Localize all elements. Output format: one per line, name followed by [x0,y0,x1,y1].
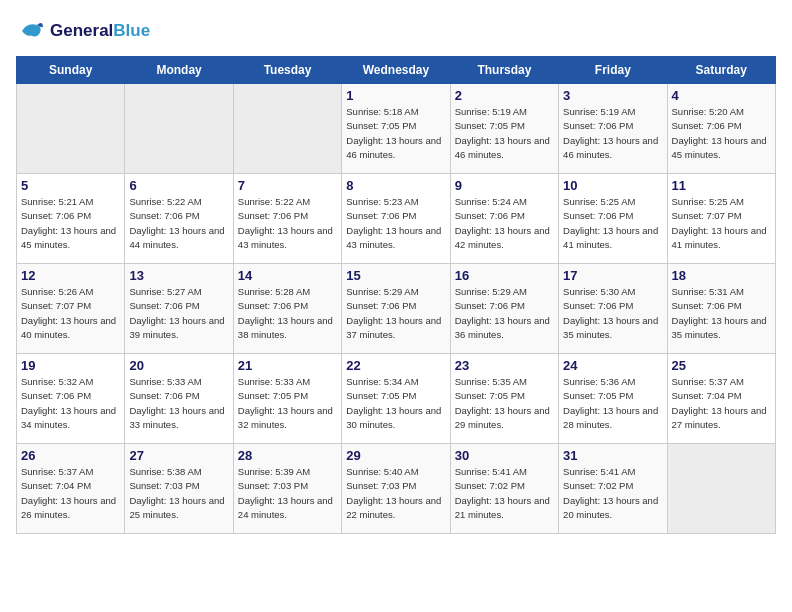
daylight-label: Daylight: 13 hours and 46 minutes. [563,135,658,160]
sunrise-label: Sunrise: 5:22 AM [238,196,310,207]
calendar-cell: 27 Sunrise: 5:38 AM Sunset: 7:03 PM Dayl… [125,444,233,534]
sunrise-label: Sunrise: 5:29 AM [455,286,527,297]
calendar-cell: 4 Sunrise: 5:20 AM Sunset: 7:06 PM Dayli… [667,84,775,174]
weekday-header-row: SundayMondayTuesdayWednesdayThursdayFrid… [17,57,776,84]
daylight-label: Daylight: 13 hours and 24 minutes. [238,495,333,520]
calendar-cell: 23 Sunrise: 5:35 AM Sunset: 7:05 PM Dayl… [450,354,558,444]
sunrise-label: Sunrise: 5:24 AM [455,196,527,207]
day-info: Sunrise: 5:41 AM Sunset: 7:02 PM Dayligh… [455,465,554,522]
sunrise-label: Sunrise: 5:40 AM [346,466,418,477]
sunset-label: Sunset: 7:05 PM [563,390,633,401]
page-header: GeneralBlue [16,16,776,46]
calendar-cell: 10 Sunrise: 5:25 AM Sunset: 7:06 PM Dayl… [559,174,667,264]
calendar-cell [233,84,341,174]
sunrise-label: Sunrise: 5:18 AM [346,106,418,117]
day-number: 10 [563,178,662,193]
day-number: 26 [21,448,120,463]
calendar-cell: 15 Sunrise: 5:29 AM Sunset: 7:06 PM Dayl… [342,264,450,354]
sunrise-label: Sunrise: 5:30 AM [563,286,635,297]
daylight-label: Daylight: 13 hours and 22 minutes. [346,495,441,520]
day-info: Sunrise: 5:26 AM Sunset: 7:07 PM Dayligh… [21,285,120,342]
calendar-cell: 28 Sunrise: 5:39 AM Sunset: 7:03 PM Dayl… [233,444,341,534]
day-info: Sunrise: 5:19 AM Sunset: 7:05 PM Dayligh… [455,105,554,162]
daylight-label: Daylight: 13 hours and 42 minutes. [455,225,550,250]
daylight-label: Daylight: 13 hours and 28 minutes. [563,405,658,430]
day-number: 5 [21,178,120,193]
daylight-label: Daylight: 13 hours and 45 minutes. [21,225,116,250]
day-info: Sunrise: 5:23 AM Sunset: 7:06 PM Dayligh… [346,195,445,252]
daylight-label: Daylight: 13 hours and 43 minutes. [346,225,441,250]
day-number: 16 [455,268,554,283]
weekday-header: Tuesday [233,57,341,84]
sunrise-label: Sunrise: 5:35 AM [455,376,527,387]
day-info: Sunrise: 5:30 AM Sunset: 7:06 PM Dayligh… [563,285,662,342]
calendar-cell: 17 Sunrise: 5:30 AM Sunset: 7:06 PM Dayl… [559,264,667,354]
calendar-cell: 11 Sunrise: 5:25 AM Sunset: 7:07 PM Dayl… [667,174,775,264]
day-number: 21 [238,358,337,373]
daylight-label: Daylight: 13 hours and 41 minutes. [563,225,658,250]
weekday-header: Wednesday [342,57,450,84]
day-info: Sunrise: 5:38 AM Sunset: 7:03 PM Dayligh… [129,465,228,522]
day-info: Sunrise: 5:32 AM Sunset: 7:06 PM Dayligh… [21,375,120,432]
sunset-label: Sunset: 7:06 PM [21,390,91,401]
day-info: Sunrise: 5:41 AM Sunset: 7:02 PM Dayligh… [563,465,662,522]
sunrise-label: Sunrise: 5:29 AM [346,286,418,297]
daylight-label: Daylight: 13 hours and 40 minutes. [21,315,116,340]
logo-text: GeneralBlue [50,21,150,41]
sunrise-label: Sunrise: 5:25 AM [672,196,744,207]
daylight-label: Daylight: 13 hours and 29 minutes. [455,405,550,430]
sunset-label: Sunset: 7:04 PM [672,390,742,401]
day-number: 9 [455,178,554,193]
sunrise-label: Sunrise: 5:22 AM [129,196,201,207]
sunrise-label: Sunrise: 5:41 AM [563,466,635,477]
day-number: 13 [129,268,228,283]
day-number: 11 [672,178,771,193]
calendar-week-row: 26 Sunrise: 5:37 AM Sunset: 7:04 PM Dayl… [17,444,776,534]
day-info: Sunrise: 5:21 AM Sunset: 7:06 PM Dayligh… [21,195,120,252]
sunset-label: Sunset: 7:03 PM [346,480,416,491]
sunset-label: Sunset: 7:05 PM [238,390,308,401]
sunrise-label: Sunrise: 5:19 AM [455,106,527,117]
daylight-label: Daylight: 13 hours and 37 minutes. [346,315,441,340]
sunset-label: Sunset: 7:06 PM [21,210,91,221]
sunrise-label: Sunrise: 5:31 AM [672,286,744,297]
calendar-cell [667,444,775,534]
sunset-label: Sunset: 7:06 PM [672,300,742,311]
day-number: 6 [129,178,228,193]
sunset-label: Sunset: 7:02 PM [455,480,525,491]
daylight-label: Daylight: 13 hours and 45 minutes. [672,135,767,160]
calendar-cell: 1 Sunrise: 5:18 AM Sunset: 7:05 PM Dayli… [342,84,450,174]
day-info: Sunrise: 5:29 AM Sunset: 7:06 PM Dayligh… [346,285,445,342]
sunset-label: Sunset: 7:06 PM [129,390,199,401]
day-info: Sunrise: 5:22 AM Sunset: 7:06 PM Dayligh… [129,195,228,252]
day-number: 25 [672,358,771,373]
day-number: 4 [672,88,771,103]
day-number: 12 [21,268,120,283]
sunrise-label: Sunrise: 5:26 AM [21,286,93,297]
day-info: Sunrise: 5:29 AM Sunset: 7:06 PM Dayligh… [455,285,554,342]
calendar-cell: 7 Sunrise: 5:22 AM Sunset: 7:06 PM Dayli… [233,174,341,264]
day-info: Sunrise: 5:24 AM Sunset: 7:06 PM Dayligh… [455,195,554,252]
daylight-label: Daylight: 13 hours and 36 minutes. [455,315,550,340]
sunset-label: Sunset: 7:06 PM [129,210,199,221]
calendar-cell: 30 Sunrise: 5:41 AM Sunset: 7:02 PM Dayl… [450,444,558,534]
daylight-label: Daylight: 13 hours and 35 minutes. [672,315,767,340]
sunrise-label: Sunrise: 5:20 AM [672,106,744,117]
day-info: Sunrise: 5:22 AM Sunset: 7:06 PM Dayligh… [238,195,337,252]
calendar-cell: 29 Sunrise: 5:40 AM Sunset: 7:03 PM Dayl… [342,444,450,534]
day-info: Sunrise: 5:27 AM Sunset: 7:06 PM Dayligh… [129,285,228,342]
day-number: 29 [346,448,445,463]
sunset-label: Sunset: 7:07 PM [21,300,91,311]
daylight-label: Daylight: 13 hours and 21 minutes. [455,495,550,520]
sunrise-label: Sunrise: 5:19 AM [563,106,635,117]
calendar-week-row: 19 Sunrise: 5:32 AM Sunset: 7:06 PM Dayl… [17,354,776,444]
day-number: 30 [455,448,554,463]
day-number: 17 [563,268,662,283]
calendar-cell: 22 Sunrise: 5:34 AM Sunset: 7:05 PM Dayl… [342,354,450,444]
calendar-cell: 18 Sunrise: 5:31 AM Sunset: 7:06 PM Dayl… [667,264,775,354]
sunset-label: Sunset: 7:05 PM [346,390,416,401]
sunrise-label: Sunrise: 5:32 AM [21,376,93,387]
calendar-cell: 20 Sunrise: 5:33 AM Sunset: 7:06 PM Dayl… [125,354,233,444]
sunrise-label: Sunrise: 5:21 AM [21,196,93,207]
calendar-cell: 2 Sunrise: 5:19 AM Sunset: 7:05 PM Dayli… [450,84,558,174]
